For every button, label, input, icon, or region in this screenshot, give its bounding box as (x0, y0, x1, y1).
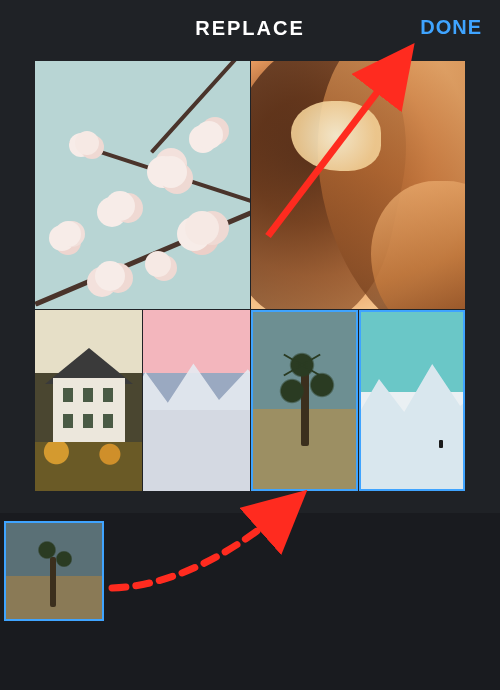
tray-thumbnail-1[interactable] (4, 521, 104, 621)
joshua-tree-head-icon (307, 370, 337, 400)
person-icon (439, 440, 443, 448)
house-body-icon (53, 378, 125, 448)
flower-icon (75, 131, 99, 155)
thumbnail-tray (0, 513, 500, 690)
flower-icon (195, 121, 223, 149)
snow-peak-icon (359, 352, 465, 491)
collage-slot-bottom-2[interactable] (143, 310, 250, 491)
joshua-tree-head-icon (54, 549, 74, 569)
branch (35, 200, 250, 306)
screen-title: REPLACE (195, 17, 305, 40)
flower-icon (95, 261, 125, 291)
cherry-blossom-image (35, 61, 250, 309)
flower-icon (55, 221, 81, 247)
header-bar: REPLACE DONE (0, 0, 500, 56)
collage-slot-bottom-3[interactable] (251, 310, 358, 491)
flower-icon (155, 156, 187, 188)
collage-canvas[interactable] (35, 61, 465, 491)
joshua-tree-head-icon (277, 376, 307, 406)
done-button[interactable]: DONE (420, 16, 482, 39)
flower-icon (185, 211, 219, 245)
collage-slot-top-right[interactable] (251, 61, 465, 309)
collage-slot-top-left[interactable] (35, 61, 250, 309)
collage-slot-bottom-1[interactable] (35, 310, 142, 491)
collage-slot-bottom-4[interactable] (359, 310, 465, 491)
autumn-trees-icon (35, 442, 142, 491)
flower-icon (105, 191, 135, 221)
flower-icon (145, 251, 171, 277)
mountain-ridge-icon (143, 358, 250, 491)
